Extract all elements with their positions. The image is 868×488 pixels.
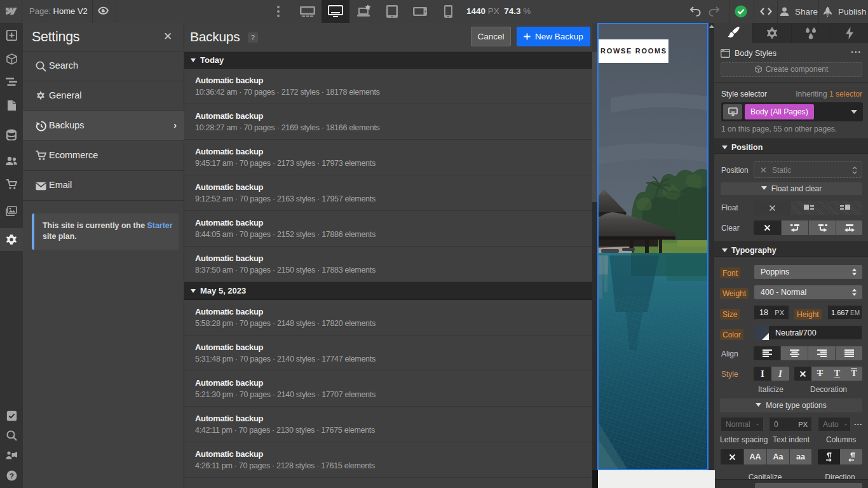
svg-text:?: ? bbox=[9, 471, 13, 479]
